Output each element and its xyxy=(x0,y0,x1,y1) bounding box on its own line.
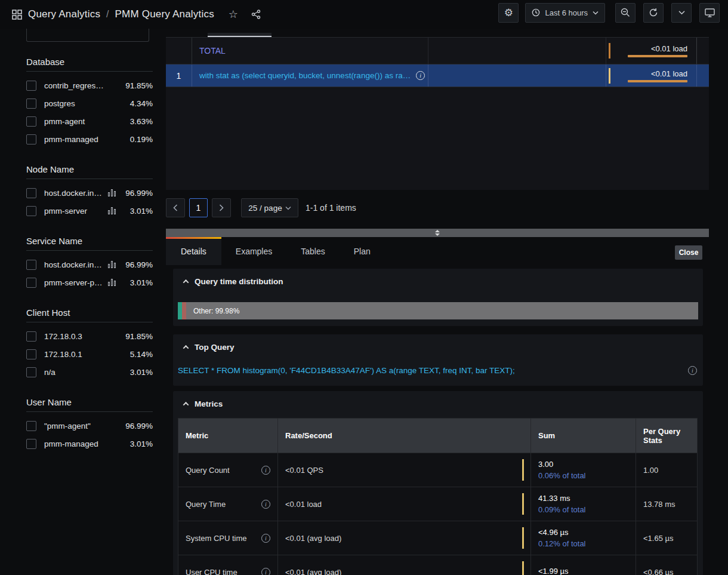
checkbox[interactable] xyxy=(26,439,36,449)
page-size-select[interactable]: 25 / page xyxy=(241,198,298,217)
metric-sum-percent-link[interactable]: 0.12% of total xyxy=(538,539,628,548)
filter-item-clienthost-0[interactable]: 172.18.0.3 91.85% xyxy=(26,327,153,345)
query-link[interactable]: with stat as (select queryid, bucket, un… xyxy=(199,71,411,80)
load-column-header-remnant[interactable] xyxy=(208,33,272,37)
tab-details[interactable]: Details xyxy=(166,237,221,265)
section-header[interactable]: Metrics xyxy=(173,391,703,408)
page-number-button[interactable]: 1 xyxy=(189,198,208,217)
info-icon[interactable] xyxy=(688,366,697,375)
section-title: Top Query xyxy=(195,343,235,352)
table-row-selected[interactable]: 1 with stat as (select queryid, bucket, … xyxy=(166,64,709,87)
next-page-button[interactable] xyxy=(212,198,231,217)
checkbox[interactable] xyxy=(26,331,36,342)
load-bar xyxy=(628,55,687,57)
filter-section-user-name: User Name "pmm-agent" 96.99% pmm-managed… xyxy=(26,397,153,453)
load-sparkline xyxy=(609,68,610,84)
collapse-caret-icon xyxy=(183,402,189,408)
rate-sparkline xyxy=(522,493,524,515)
filter-label: n/a xyxy=(44,368,55,377)
filter-item-service-1[interactable]: pmm-server-p… 3.01% xyxy=(26,273,153,291)
close-button[interactable]: Close xyxy=(675,245,702,260)
filter-item-database-2[interactable]: pmm-agent 3.63% xyxy=(26,112,153,130)
section-header[interactable]: Top Query xyxy=(173,334,703,352)
tab-plan[interactable]: Plan xyxy=(340,237,385,265)
row-number-cell xyxy=(166,38,192,64)
time-range-label: Last 6 hours xyxy=(545,8,588,17)
filter-search-input[interactable] xyxy=(26,29,149,42)
filter-percent: 96.99% xyxy=(125,422,153,431)
time-distribution-bar: Other: 99.98% xyxy=(178,302,698,319)
metric-sum: <1.99 µs xyxy=(538,567,628,575)
info-icon[interactable] xyxy=(416,71,425,80)
bar-chart-icon[interactable] xyxy=(108,261,116,268)
refresh-button[interactable] xyxy=(643,3,664,23)
bar-chart-icon[interactable] xyxy=(108,207,116,214)
filter-item-username-0[interactable]: "pmm-agent" 96.99% xyxy=(26,417,153,435)
metric-sum-percent-link[interactable]: 0.06% of total xyxy=(538,471,628,480)
pagination-summary: 1-1 of 1 items xyxy=(306,203,356,213)
splitter-handle-icon xyxy=(435,230,440,236)
metric-per-query: <1.65 µs xyxy=(643,534,674,543)
filter-item-username-1[interactable]: pmm-managed 3.01% xyxy=(26,435,153,453)
bar-chart-icon[interactable] xyxy=(108,279,116,286)
load-value: <0.01 load xyxy=(651,44,687,53)
col-sum: Sum xyxy=(531,419,636,453)
settings-button[interactable]: ⚙ xyxy=(498,3,519,23)
qan-dashboard: Query Analytics / PMM Query Analytics ☆ … xyxy=(0,0,728,575)
checkbox[interactable] xyxy=(26,116,36,127)
filter-label: postgres xyxy=(44,99,75,108)
filter-item-database-0[interactable]: contrib_regres… 91.85% xyxy=(26,76,153,94)
checkbox[interactable] xyxy=(26,206,36,216)
filter-item-database-3[interactable]: pmm-managed 0.19% xyxy=(26,130,153,148)
filter-item-clienthost-2[interactable]: n/a 3.01% xyxy=(26,363,153,381)
info-icon[interactable] xyxy=(261,466,270,475)
chevron-down-icon xyxy=(285,206,291,210)
zoom-out-button[interactable] xyxy=(615,3,636,23)
filter-section-database: Database contrib_regres… 91.85% postgres… xyxy=(26,57,153,148)
share-icon[interactable] xyxy=(251,10,261,19)
checkbox[interactable] xyxy=(26,260,36,270)
prev-page-button[interactable] xyxy=(166,198,185,217)
total-label[interactable]: TOTAL xyxy=(199,46,226,56)
breadcrumb-separator: / xyxy=(106,9,109,20)
filter-item-clienthost-1[interactable]: 172.18.0.1 5.14% xyxy=(26,345,153,363)
info-icon[interactable] xyxy=(261,568,270,575)
distribution-segment-green xyxy=(178,302,182,319)
filter-label: pmm-managed xyxy=(44,135,98,144)
filter-item-service-0[interactable]: host.docker.in… 96.99% xyxy=(26,256,153,273)
star-icon[interactable]: ☆ xyxy=(229,8,238,21)
section-header[interactable]: Query time distribution xyxy=(173,269,703,286)
filter-item-node-1[interactable]: pmm-server 3.01% xyxy=(26,202,153,220)
checkbox[interactable] xyxy=(26,421,36,431)
panel-splitter[interactable] xyxy=(166,229,709,237)
checkbox[interactable] xyxy=(26,99,36,109)
filter-item-node-0[interactable]: host.docker.in… 96.99% xyxy=(26,184,153,202)
checkbox[interactable] xyxy=(26,188,36,198)
time-range-picker[interactable]: Last 6 hours xyxy=(525,3,605,23)
breadcrumb-section[interactable]: Query Analytics xyxy=(28,8,100,20)
checkbox[interactable] xyxy=(26,367,36,377)
kiosk-mode-button[interactable] xyxy=(699,3,720,23)
bar-chart-icon[interactable] xyxy=(108,189,116,196)
tab-tables[interactable]: Tables xyxy=(286,237,339,265)
top-query-sql[interactable]: SELECT * FROM histogram(0, 'F44CD1B4B33A… xyxy=(178,366,681,375)
metric-sum-percent-link[interactable]: 0.09% of total xyxy=(538,505,628,514)
filter-label: contrib_regres… xyxy=(44,81,104,90)
checkbox[interactable] xyxy=(26,134,36,144)
metric-rate: <0.01 load xyxy=(285,500,322,509)
checkbox[interactable] xyxy=(26,349,36,359)
filter-item-database-1[interactable]: postgres 4.34% xyxy=(26,94,153,112)
info-icon[interactable] xyxy=(261,500,270,509)
table-row-total[interactable]: TOTAL <0.01 load xyxy=(166,38,709,64)
apps-grid-icon[interactable] xyxy=(12,10,22,20)
info-icon[interactable] xyxy=(261,534,270,543)
tab-examples[interactable]: Examples xyxy=(221,237,286,265)
details-tabbar: Details Examples Tables Plan xyxy=(166,237,385,265)
filter-section-title: Client Host xyxy=(26,308,153,318)
refresh-interval-dropdown[interactable] xyxy=(671,3,692,23)
query-analytics-main: TOTAL <0.01 load 1 with stat as (select … xyxy=(166,29,709,575)
checkbox[interactable] xyxy=(26,81,36,91)
checkbox[interactable] xyxy=(26,278,36,288)
col-metric: Metric xyxy=(178,419,278,453)
filter-section-title: Node Name xyxy=(26,164,153,174)
